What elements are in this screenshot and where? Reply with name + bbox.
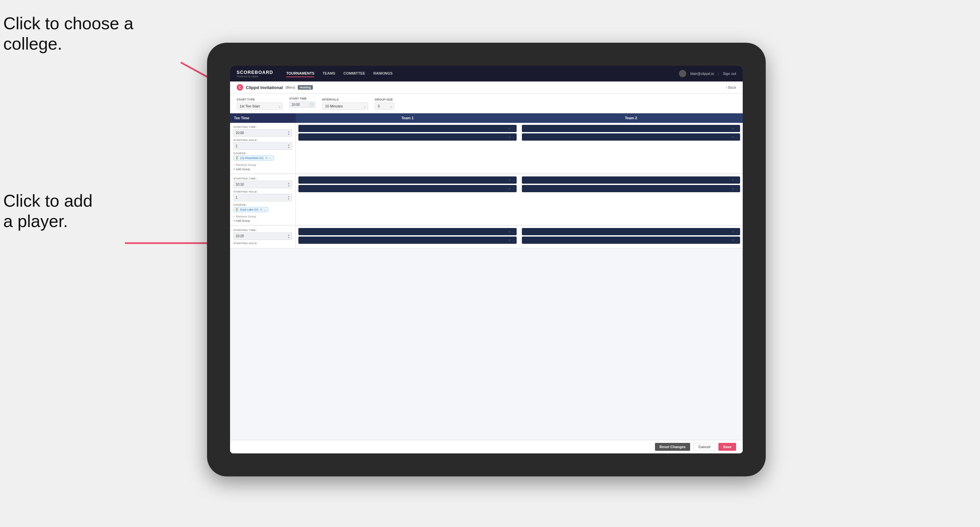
- player-slot-chevron-5-1[interactable]: ⌄: [512, 230, 515, 233]
- player-slot-x-1-2[interactable]: ✕: [508, 135, 511, 139]
- course-expand-1[interactable]: ⌄: [269, 156, 272, 160]
- player-slot-x-2-2[interactable]: ✕: [732, 135, 734, 139]
- tee-left-3: STARTING TIME: 10:20 ▲ ▼ STARTING HOLE:: [230, 226, 296, 248]
- tee-block-1: STARTING TIME: 10:00 ▲ ▼ STARTING HOLE: …: [230, 123, 743, 174]
- team1-col-1: ✕ ⌄ ✕ ⌄: [296, 123, 519, 173]
- footer: Reset Changes Cancel Save: [230, 440, 743, 453]
- player-slot-2-1[interactable]: ✕ ⌄: [522, 125, 740, 132]
- player-slot-x-6-1[interactable]: ✕: [732, 230, 734, 233]
- player-slot-5-1[interactable]: ✕ ⌄: [298, 228, 517, 235]
- tee-left-1: STARTING TIME: 10:00 ▲ ▼ STARTING HOLE: …: [230, 123, 296, 173]
- starting-time-input-3[interactable]: 10:20 ▲ ▼: [233, 232, 292, 240]
- player-slot-x-3-2[interactable]: ✕: [508, 187, 511, 190]
- course-expand-2[interactable]: ⌄: [264, 208, 267, 211]
- sign-out-link[interactable]: Sign out: [723, 71, 736, 76]
- save-button[interactable]: Save: [718, 443, 736, 451]
- tournament-name: Clippd Invitational: [246, 85, 283, 90]
- course-label-1: COURSE:: [233, 152, 292, 155]
- add-group-btn-2[interactable]: + Add Group: [233, 219, 292, 222]
- team1-col-3: ✕ ⌄ ✕ ⌄: [296, 226, 519, 248]
- player-slot-x-1-1[interactable]: ✕: [508, 127, 511, 130]
- starting-hole-input-2[interactable]: 1 ▲ ▼: [233, 194, 292, 202]
- tee-left-2: STARTING TIME: 10:10 ▲ ▼ STARTING HOLE: …: [230, 175, 296, 225]
- player-slot-chevron-2-1[interactable]: ⌄: [735, 127, 738, 130]
- team1-col-2: ✕ ⌄ ✕ ⌄: [296, 175, 519, 225]
- starting-time-input-1[interactable]: 10:00 ▲ ▼: [233, 129, 292, 137]
- player-slot-chevron-6-1[interactable]: ⌄: [735, 230, 738, 233]
- nav-committee[interactable]: COMMITTEE: [344, 70, 365, 77]
- player-slot-3-2[interactable]: ✕ ⌄: [298, 185, 517, 192]
- player-slot-chevron-5-2[interactable]: ⌄: [512, 238, 515, 242]
- starting-hole-label-1: STARTING HOLE:: [233, 139, 292, 141]
- player-slot-x-6-2[interactable]: ✕: [732, 238, 734, 242]
- intervals-group: Intervals 10 Minutes 8 Minutes 12 Minute…: [322, 98, 368, 110]
- player-slot-chevron-4-1[interactable]: ⌄: [735, 178, 738, 182]
- user-email: blair@clippd.io: [690, 71, 714, 76]
- player-slot-chevron-6-2[interactable]: ⌄: [735, 238, 738, 242]
- nav-right: blair@clippd.io | Sign out: [679, 70, 736, 77]
- course-tag-1[interactable]: 🏌 (A) Peachtree GC ✕ ⌄: [233, 156, 274, 161]
- player-slot-x-4-1[interactable]: ✕: [732, 178, 734, 182]
- player-slot-x-3-1[interactable]: ✕: [508, 178, 511, 182]
- back-button[interactable]: ‹ Back: [726, 86, 736, 89]
- player-slot-chevron-1-2[interactable]: ⌄: [512, 135, 515, 139]
- remove-group-btn-1[interactable]: ○ Remove Group: [233, 163, 292, 167]
- player-slot-5-2[interactable]: ✕ ⌄: [298, 237, 517, 244]
- player-slot-chevron-2-2[interactable]: ⌄: [735, 135, 738, 139]
- player-slot-4-2[interactable]: ✕ ⌄: [522, 185, 740, 192]
- tournament-title: C Clippd Invitational (Men) Hosting: [237, 84, 313, 90]
- tee-actions-2: ○ Remove Group + Add Group: [233, 215, 292, 222]
- intervals-select[interactable]: 10 Minutes 8 Minutes 12 Minutes: [322, 103, 368, 110]
- start-time-label: Start Time: [289, 97, 315, 100]
- player-slot-6-2[interactable]: ✕ ⌄: [522, 237, 740, 244]
- nav-teams[interactable]: TEAMS: [322, 70, 335, 77]
- player-slot-1-2[interactable]: ✕ ⌄: [298, 133, 517, 141]
- group-size-label: Group Size: [375, 98, 395, 101]
- col-team1: Team 1: [296, 113, 519, 122]
- player-slot-chevron-1-1[interactable]: ⌄: [512, 127, 515, 130]
- player-slot-x-5-2[interactable]: ✕: [508, 238, 511, 242]
- player-slot-2-2[interactable]: ✕ ⌄: [522, 133, 740, 141]
- group-size-select[interactable]: 3 2 4: [375, 103, 395, 110]
- start-type-select[interactable]: 1st Tee Start Shotgun Start: [237, 103, 283, 110]
- team2-col-1: ✕ ⌄ ✕ ⌄: [519, 123, 743, 173]
- table-header: Tee Time Team 1 Team 2: [230, 113, 743, 123]
- player-slot-chevron-3-2[interactable]: ⌄: [512, 187, 515, 190]
- annotation-player: Click to add a player.: [3, 190, 93, 232]
- nav-tournaments[interactable]: TOURNAMENTS: [286, 70, 314, 77]
- add-group-btn-1[interactable]: + Add Group: [233, 168, 292, 171]
- tablet-frame: SCOREBOARD Powered by clippd TOURNAMENTS…: [207, 43, 766, 476]
- intervals-wrapper: 10 Minutes 8 Minutes 12 Minutes: [322, 103, 368, 110]
- starting-time-label-3: STARTING TIME:: [233, 229, 292, 232]
- nav-links: TOURNAMENTS TEAMS COMMITTEE RANKINGS: [286, 70, 669, 77]
- player-slot-6-1[interactable]: ✕ ⌄: [522, 228, 740, 235]
- player-slot-x-5-1[interactable]: ✕: [508, 230, 511, 233]
- start-time-input[interactable]: 10:00 🕐: [289, 102, 315, 108]
- col-team2: Team 2: [519, 113, 743, 122]
- tee-block-2: STARTING TIME: 10:10 ▲ ▼ STARTING HOLE: …: [230, 175, 743, 225]
- course-tag-2[interactable]: 🏌 East Lake GC ✕ ⌄: [233, 207, 269, 212]
- powered-by-text: Powered by clippd: [237, 75, 273, 78]
- nav-bar: SCOREBOARD Powered by clippd TOURNAMENTS…: [230, 66, 743, 81]
- nav-rankings[interactable]: RANKINGS: [373, 70, 393, 77]
- cancel-button[interactable]: Cancel: [694, 443, 715, 451]
- starting-time-input-2[interactable]: 10:10 ▲ ▼: [233, 181, 292, 188]
- starting-time-label-2: STARTING TIME:: [233, 177, 292, 180]
- annotation-college: Click to choose a college.: [3, 13, 134, 54]
- player-slot-x-4-2[interactable]: ✕: [732, 187, 734, 190]
- remove-group-btn-2[interactable]: ○ Remove Group: [233, 215, 292, 218]
- starting-hole-input-1[interactable]: 1 ▲ ▼: [233, 142, 292, 150]
- player-slot-chevron-4-2[interactable]: ⌄: [735, 187, 738, 190]
- player-slot-3-1[interactable]: ✕ ⌄: [298, 176, 517, 184]
- player-slot-1-1[interactable]: ✕ ⌄: [298, 125, 517, 132]
- reset-button[interactable]: Reset Changes: [655, 443, 690, 451]
- gender-label: (Men): [286, 86, 295, 89]
- course-remove-1[interactable]: ✕: [265, 156, 268, 160]
- course-remove-2[interactable]: ✕: [260, 208, 262, 211]
- player-slot-4-1[interactable]: ✕ ⌄: [522, 176, 740, 184]
- start-time-group: Start Time 10:00 🕐: [289, 97, 315, 110]
- player-slot-x-2-1[interactable]: ✕: [732, 127, 734, 130]
- user-avatar: [679, 70, 686, 77]
- player-slot-chevron-3-1[interactable]: ⌄: [512, 178, 515, 182]
- start-type-wrapper: 1st Tee Start Shotgun Start: [237, 103, 283, 110]
